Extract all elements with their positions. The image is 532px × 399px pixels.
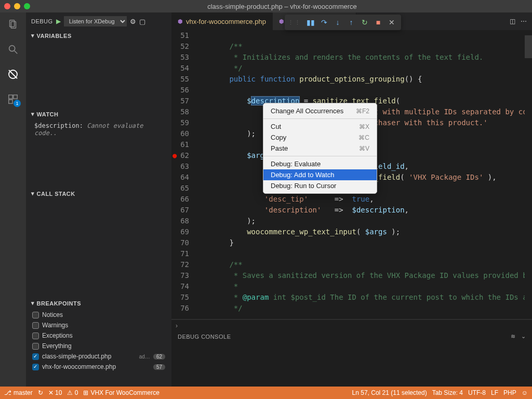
problems-errors[interactable]: ✕ 10 [48, 389, 62, 396]
line-number[interactable]: 60 [171, 128, 189, 139]
filter-icon[interactable]: ≋ [511, 333, 516, 340]
breakpoint-item[interactable]: Notices [26, 310, 171, 320]
search-icon[interactable] [6, 43, 20, 56]
line-number[interactable]: 76 [171, 303, 189, 314]
line-number[interactable]: 74 [171, 281, 189, 292]
sync-button[interactable]: ↻ [38, 389, 43, 396]
checkbox[interactable] [32, 364, 39, 370]
line-number[interactable]: 54 [171, 63, 189, 74]
line-number[interactable]: 63 [171, 161, 189, 172]
git-branch[interactable]: ⎇master [4, 389, 33, 396]
code-line[interactable]: * [194, 281, 525, 292]
line-number[interactable]: 64 [171, 172, 189, 183]
line-number[interactable]: 56 [171, 85, 189, 96]
extensions-icon[interactable]: 1 [6, 92, 20, 106]
code-line[interactable]: 'desc_tip' => true, [194, 194, 525, 205]
code-line[interactable]: * @param int $post_id The ID of the curr… [194, 292, 525, 303]
maximize-window-button[interactable] [24, 3, 30, 9]
step-into-icon[interactable]: ↓ [331, 16, 344, 29]
watch-section-header[interactable]: ▾ WATCH [26, 109, 171, 119]
code-line[interactable] [194, 85, 525, 96]
context-menu-item[interactable]: Paste⌘V [263, 143, 377, 154]
code-line[interactable]: * Initializes and renders the contents o… [194, 52, 525, 63]
cursor-position[interactable]: Ln 57, Col 21 (11 selected) [352, 389, 427, 396]
debug-icon[interactable] [6, 68, 20, 81]
code-line[interactable] [194, 248, 525, 259]
code-line[interactable]: } [194, 237, 525, 248]
breakpoint-item[interactable]: class-simple-product.phpad…62 [26, 351, 171, 362]
code-line[interactable]: /** [194, 259, 525, 270]
checkbox[interactable] [32, 343, 39, 350]
debug-config-select[interactable]: Listen for XDebug [64, 16, 127, 26]
language-mode[interactable]: PHP [503, 389, 516, 396]
code-line[interactable]: ); [194, 216, 525, 227]
feedback-icon[interactable]: ☺ [522, 389, 528, 396]
line-number[interactable]: 59 [171, 117, 189, 128]
line-number[interactable]: 52 [171, 41, 189, 52]
context-menu-item[interactable]: Debug: Add to Watch [263, 169, 377, 180]
restart-icon[interactable]: ↻ [358, 16, 371, 29]
start-debug-icon[interactable]: ▶ [56, 18, 61, 25]
breakpoint-item[interactable]: Everything [26, 341, 171, 351]
callstack-section-header[interactable]: ▾ CALL STACK [26, 188, 171, 199]
debug-action-bar[interactable]: ⋮⋮ ▮▮ ↷ ↓ ↑ ↻ ■ ✕ [285, 15, 401, 30]
tab-file-1[interactable]: ⬢ vhx-for-woocommerce.php [171, 12, 273, 30]
minimize-window-button[interactable] [14, 3, 20, 9]
watch-item[interactable]: $description: Cannot evaluate code.. [26, 121, 171, 138]
scrollbar-thumb[interactable] [525, 35, 532, 58]
breadcrumb-bar[interactable]: › [171, 320, 532, 331]
line-number[interactable]: 67 [171, 205, 189, 216]
line-number[interactable]: 66 [171, 194, 189, 205]
eol[interactable]: LF [491, 389, 498, 396]
gear-icon[interactable]: ⚙ [130, 18, 136, 25]
line-number[interactable]: 61 [171, 139, 189, 150]
context-menu-item[interactable]: Change All Occurrences⌘F2 [263, 105, 377, 116]
line-number[interactable]: 58 [171, 107, 189, 117]
checkbox[interactable] [32, 353, 39, 360]
debug-console-tab[interactable]: DEBUG CONSOLE [178, 334, 231, 340]
line-number[interactable]: 72 [171, 259, 189, 270]
line-number[interactable]: 70 [171, 237, 189, 248]
line-number[interactable]: 73 [171, 270, 189, 281]
code-line[interactable]: woocommerce_wp_text_input( $args ); [194, 227, 525, 237]
line-number[interactable]: 69 [171, 227, 189, 237]
line-gutter[interactable]: 5152535455565758596061626364656667686970… [171, 30, 194, 319]
close-window-button[interactable] [4, 3, 10, 9]
variables-section-header[interactable]: ▾ VARIABLES [26, 30, 171, 41]
more-actions-icon[interactable]: ⋯ [521, 18, 527, 25]
checkbox[interactable] [32, 322, 39, 329]
drag-handle-icon[interactable]: ⋮⋮ [288, 19, 301, 26]
code-line[interactable]: */ [194, 63, 525, 74]
code-line[interactable] [194, 30, 525, 41]
code-line[interactable]: 'description' => $description, [194, 205, 525, 216]
explorer-icon[interactable] [6, 18, 20, 31]
checkbox[interactable] [32, 312, 39, 318]
step-out-icon[interactable]: ↑ [345, 16, 357, 29]
line-number[interactable]: 51 [171, 30, 189, 41]
code-line[interactable]: * Saves a sanitized version of the VHX P… [194, 270, 525, 281]
line-number[interactable]: 68 [171, 216, 189, 227]
scrollbar[interactable] [525, 30, 532, 319]
step-over-icon[interactable]: ↷ [318, 16, 330, 29]
context-menu-item[interactable]: Debug: Run to Cursor [263, 180, 377, 191]
encoding[interactable]: UTF-8 [468, 389, 486, 396]
context-menu-item[interactable]: Copy⌘C [263, 132, 377, 143]
debug-console-icon[interactable]: ▢ [139, 18, 145, 25]
line-number[interactable]: 75 [171, 292, 189, 303]
breakpoint-item[interactable]: Exceptions [26, 330, 171, 341]
breakpoints-section-header[interactable]: ▾ BREAKPOINTS [26, 298, 171, 309]
pause-icon[interactable]: ▮▮ [304, 16, 317, 29]
extension-status[interactable]: ⊞VHX For WooCommerce [83, 389, 159, 396]
line-number[interactable]: 71 [171, 248, 189, 259]
line-number[interactable]: 65 [171, 183, 189, 194]
code-line[interactable]: */ [194, 303, 525, 314]
problems-warnings[interactable]: ⚠ 0 [67, 389, 78, 396]
breakpoint-item[interactable]: Warnings [26, 320, 171, 330]
context-menu-item[interactable]: Cut⌘X [263, 121, 377, 132]
stop-icon[interactable]: ■ [372, 16, 384, 29]
tab-size[interactable]: Tab Size: 4 [432, 389, 463, 396]
breakpoint-item[interactable]: vhx-for-woocommerce.php57 [26, 362, 171, 372]
context-menu-item[interactable]: Debug: Evaluate [263, 158, 377, 169]
code-line[interactable]: /** [194, 41, 525, 52]
line-number[interactable]: 57 [171, 96, 189, 107]
